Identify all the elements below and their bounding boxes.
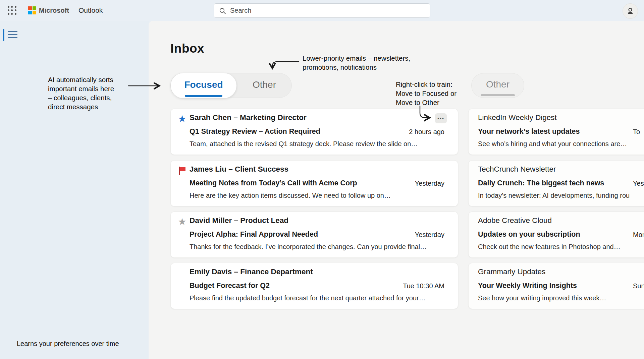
main-panel: Inbox Lower-priority emails – newsletter… xyxy=(149,21,644,359)
microsoft-logo xyxy=(28,6,36,14)
tab-other-label: Other xyxy=(253,79,276,90)
annotation-line: important emails here xyxy=(48,84,132,93)
email-sender: Adobe Creative Cloud xyxy=(478,216,552,225)
other-tab-underline xyxy=(481,94,515,96)
email-time: 2 hours ago xyxy=(409,128,444,136)
email-sender: Grammarly Updates xyxy=(478,267,545,276)
email-sender: TechCrunch Newsletter xyxy=(478,165,556,174)
star-blue-icon[interactable]: ★ xyxy=(177,114,187,124)
annotation-line: – colleagues, clients, xyxy=(48,93,132,102)
email-subject: Your Weekly Writing Insights xyxy=(478,282,577,290)
email-sender: David Miller – Product Lead xyxy=(190,216,288,225)
app-launcher-icon[interactable] xyxy=(7,5,17,16)
tab-focused[interactable]: Focused xyxy=(171,73,236,98)
tab-focused-label: Focused xyxy=(184,79,223,90)
search-input[interactable] xyxy=(230,4,425,17)
email-subject: Project Alpha: Final Approval Needed xyxy=(190,230,318,239)
email-time: Yesterday xyxy=(415,180,444,187)
email-card-focused[interactable]: James Liu – Client Success Meeting Notes… xyxy=(170,160,458,206)
annotation-other-note: Lower-priority emails – newsletters, pro… xyxy=(303,54,443,72)
more-options-icon: ••• xyxy=(437,116,444,121)
star-gray-icon[interactable]: ★ xyxy=(177,217,187,227)
more-options-button[interactable]: ••• xyxy=(435,113,447,123)
annotation-line: AI automatically sorts xyxy=(48,75,132,84)
person-icon xyxy=(626,7,635,15)
annotation-line: Move to Focused or xyxy=(396,89,473,98)
email-preview: Thanks for the feedback. I’ve incorporat… xyxy=(190,243,427,251)
annotation-line: Move to Other xyxy=(396,98,473,107)
email-preview: Please find the updated budget forecast … xyxy=(190,294,426,302)
email-card-other[interactable]: Adobe Creative Cloud Updates on your sub… xyxy=(468,212,644,258)
page-title: Inbox xyxy=(170,42,204,56)
email-subject: Your network’s latest updates xyxy=(478,127,580,136)
tab-other-column[interactable]: Other xyxy=(471,73,524,98)
email-card-focused[interactable]: ★ Sarah Chen – Marketing Director ••• Q1… xyxy=(170,109,458,155)
app-title: Outlook xyxy=(78,6,103,14)
sidebar: AI automatically sorts important emails … xyxy=(0,21,149,359)
email-sender: LinkedIn Weekly Digest xyxy=(478,113,557,122)
email-subject: Updates on your subscription xyxy=(478,230,580,239)
email-preview: In today’s newsletter: AI developments, … xyxy=(478,192,630,199)
topbar-divider xyxy=(73,5,73,16)
focused-tab-underline xyxy=(185,95,222,97)
hamburger-menu-icon[interactable] xyxy=(8,31,17,38)
annotation-line: direct messages xyxy=(48,102,132,111)
email-time: To xyxy=(633,128,640,136)
email-time: Yest xyxy=(633,180,644,187)
email-card-focused[interactable]: ★ David Miller – Product Lead Project Al… xyxy=(170,212,458,258)
email-card-focused[interactable]: Emily Davis – Finance Department Budget … xyxy=(170,263,458,309)
tab-other-column-label: Other xyxy=(486,79,509,90)
email-card-other[interactable]: LinkedIn Weekly Digest Your network’s la… xyxy=(468,109,644,155)
email-sender: Sarah Chen – Marketing Director xyxy=(190,113,307,122)
email-preview: Here are the key action items discussed.… xyxy=(190,192,391,199)
profile-button[interactable] xyxy=(623,3,638,19)
search-bar[interactable] xyxy=(214,3,430,18)
email-time: Sun xyxy=(633,282,644,290)
annotation-focused-note: AI automatically sorts important emails … xyxy=(48,75,132,111)
email-subject: Daily Crunch: The biggest tech news xyxy=(478,179,604,187)
email-subject: Q1 Strategy Review – Action Required xyxy=(190,127,320,136)
flag-red-icon[interactable] xyxy=(177,165,187,178)
annotation-line: Lower-priority emails – newsletters, xyxy=(303,54,443,63)
email-time: Yesterday xyxy=(415,231,444,239)
inbox-tab-switcher: Focused Other xyxy=(170,73,292,98)
email-time: Mon xyxy=(633,231,644,239)
top-bar: Microsoft Outlook xyxy=(0,0,644,21)
email-preview: See how your writing improved this week… xyxy=(478,294,606,302)
email-preview: Check out the new features in Photoshop … xyxy=(478,243,621,251)
tab-other[interactable]: Other xyxy=(236,73,292,98)
microsoft-wordmark: Microsoft xyxy=(39,7,69,14)
annotation-train-note: Right-click to train: Move to Focused or… xyxy=(396,80,473,107)
email-card-other[interactable]: Grammarly Updates Your Weekly Writing In… xyxy=(468,263,644,309)
annotation-learning-note: Learns your preferences over time xyxy=(17,339,119,348)
email-sender: James Liu – Client Success xyxy=(190,165,288,174)
email-subject: Meeting Notes from Today’s Call with Acm… xyxy=(190,179,357,187)
nav-accent-bar xyxy=(3,29,4,41)
annotation-line: Right-click to train: xyxy=(396,80,473,89)
email-time: Tue 10:30 AM xyxy=(403,282,444,290)
email-preview: See who’s hiring and what your connectio… xyxy=(478,140,627,148)
search-icon xyxy=(219,7,226,15)
email-sender: Emily Davis – Finance Department xyxy=(190,267,313,276)
email-subject: Budget Forecast for Q2 xyxy=(190,282,270,290)
annotation-line: promotions, notifications xyxy=(303,63,443,72)
email-preview: Team, attached is the revised Q1 strateg… xyxy=(190,140,418,148)
email-card-other[interactable]: TechCrunch Newsletter Daily Crunch: The … xyxy=(468,160,644,206)
